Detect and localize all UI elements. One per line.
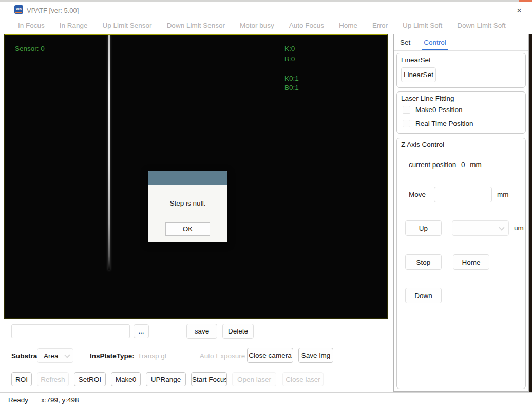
panel-tabs: Set Control [398,38,448,51]
current-position-value: 0 [461,161,465,169]
chevron-down-icon [64,352,70,358]
zaxis-group-title: Z Axis Control [401,141,444,149]
linearset-group: LinearSet LinearSet [396,53,526,88]
status-state: Ready [8,396,28,404]
insplatetype-value: Transp gl [138,352,166,360]
make0-position-checkbox[interactable] [403,106,410,114]
open-laser-button: Open laser [232,372,276,386]
b0-readout: B0:1 [284,84,299,91]
move-label: Move [409,191,426,198]
close-camera-button[interactable]: Close camera [247,348,293,363]
status-flag-motor-busy: Motor busy [240,22,274,29]
title-bar: vis VPATF [ver: 5.00] × [0,2,532,17]
make0-position-row: Make0 Pssition [403,106,463,114]
status-bar: Ready x:799, y:498 [0,392,532,407]
status-flag-home: Home [339,22,357,29]
chevron-down-icon [499,225,504,230]
sensor-readout: Sensor: 0 [15,45,45,52]
insplatetype-label: InsPlateType: [90,352,135,360]
laser-group-title: Laser Line Fitting [401,95,454,102]
current-position-label: current position [409,161,456,169]
tab-separator [394,50,528,51]
dialog-message: Step is null. [148,199,227,207]
status-flag-up-limit-sensor: Up Limit Sensor [103,22,152,29]
dialog-header[interactable] [148,171,227,185]
b-readout: B:0 [284,55,295,63]
step-unit-label: um [514,224,524,232]
control-panel: Set Control LinearSet LinearSet Laser Li… [393,34,529,392]
down-button[interactable]: Down [405,288,442,303]
real-time-position-row: Real Time Position [403,120,473,127]
uprange-button[interactable]: UPRange [146,372,186,386]
real-time-position-checkbox[interactable] [403,120,410,127]
status-flag-in-range: In Range [60,22,88,29]
step-size-dropdown[interactable] [452,220,509,236]
k-readout: K:0 [284,45,295,52]
substrate-dropdown[interactable]: Area [37,348,73,363]
roi-button[interactable]: ROI [11,372,32,386]
status-flag-up-limit-soft: Up Limit Soft [403,22,442,29]
cursor-coordinates: x:799, y:498 [41,396,79,404]
stop-button[interactable]: Stop [405,254,442,270]
close-laser-button: Close laser [282,372,324,386]
status-flag-in-focus: In Focus [18,22,45,29]
window-right-edge [529,34,532,392]
real-time-position-label: Real Time Position [415,120,473,127]
delete-button[interactable]: Delete [222,324,254,339]
window-title: VPATF [ver: 5.00] [27,7,79,14]
up-button[interactable]: Up [405,220,442,236]
setroi-button[interactable]: SetROI [74,372,106,386]
substrate-selected-value: Area [44,352,59,360]
home-button[interactable]: Home [453,254,489,270]
refresh-button: Refresh [37,372,69,386]
file-path-input[interactable] [11,324,130,338]
linearset-group-title: LinearSet [401,56,431,64]
status-flag-error: Error [372,22,388,29]
tab-set[interactable]: Set [398,38,412,51]
make0-button[interactable]: Make0 [111,372,141,386]
current-position-row: current position 0 mm [409,161,485,169]
current-position-unit: mm [470,161,482,169]
close-icon[interactable]: × [514,5,525,16]
laser-line-fitting-group: Laser Line Fitting Make0 Pssition Real T… [396,91,526,134]
start-focus-button[interactable]: Start Focus [191,372,227,386]
status-flag-down-limit-soft: Down Limit Soft [457,22,506,29]
k0-readout: K0:1 [284,75,299,82]
dialog-ok-button[interactable]: OK [165,222,210,236]
app-icon-text: vis [16,7,22,11]
tab-control[interactable]: Control [422,38,448,51]
status-flag-row: In Focus In Range Up Limit Sensor Down L… [18,22,521,29]
move-unit-label: mm [497,191,509,198]
laser-line-image [108,35,110,270]
message-dialog: Step is null. OK [148,171,227,242]
status-flag-auto-focus: Auto Focus [289,22,324,29]
linearset-button[interactable]: LinearSet [401,67,436,82]
move-distance-input[interactable] [434,187,492,202]
make0-position-label: Make0 Pssition [415,106,463,114]
save-img-button[interactable]: Save img [298,348,333,363]
save-button[interactable]: save [186,324,217,339]
status-flag-down-limit-sensor: Down Limit Sensor [167,22,225,29]
app-icon: vis [14,5,23,14]
auto-exposure-button: Auto Exposure [199,348,245,363]
z-axis-control-group: Z Axis Control current position 0 mm Mov… [396,138,526,389]
browse-button[interactable]: ... [134,324,149,338]
